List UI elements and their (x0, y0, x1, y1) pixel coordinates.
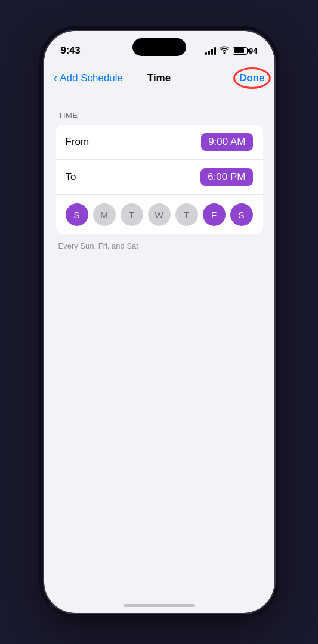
done-button[interactable]: Done (239, 72, 265, 84)
home-indicator (124, 604, 195, 607)
day-circle-5[interactable]: F (203, 203, 226, 226)
to-row[interactable]: To 6:00 PM (56, 159, 263, 194)
day-circle-1[interactable]: M (93, 203, 116, 226)
content-area: TIME From 9:00 AM To 6:00 PM SMTWTFS Eve… (44, 94, 274, 250)
day-circle-2[interactable]: T (121, 203, 143, 226)
schedule-description: Every Sun, Fri, and Sat (56, 239, 263, 250)
time-card: From 9:00 AM To 6:00 PM SMTWTFS (56, 125, 263, 234)
dynamic-island (132, 38, 186, 56)
page-title: Time (147, 72, 171, 84)
battery-icon (233, 47, 248, 55)
phone-screen: 9:43 (44, 31, 274, 613)
nav-bar: ‹ Add Schedule Time Done (44, 62, 274, 94)
back-button[interactable]: ‹ Add Schedule (54, 72, 124, 85)
day-circle-0[interactable]: S (66, 203, 88, 226)
to-value[interactable]: 6:00 PM (200, 168, 252, 186)
to-label: To (66, 171, 76, 183)
status-icons: 94 (205, 46, 257, 55)
section-label: TIME (56, 111, 263, 120)
day-circle-6[interactable]: S (230, 203, 253, 226)
day-circle-3[interactable]: W (148, 203, 171, 226)
from-value[interactable]: 9:00 AM (201, 133, 252, 151)
status-time: 9:43 (61, 45, 81, 57)
wifi-icon (220, 46, 229, 55)
battery-pct: 94 (249, 47, 257, 55)
from-row[interactable]: From 9:00 AM (56, 125, 263, 159)
signal-icon (205, 47, 216, 55)
days-row: SMTWTFS (56, 194, 263, 234)
day-circle-4[interactable]: T (175, 203, 198, 226)
back-label: Add Schedule (60, 72, 123, 84)
phone-frame: 9:43 (43, 30, 276, 614)
battery-indicator: 94 (233, 47, 257, 55)
from-label: From (66, 136, 89, 148)
chevron-left-icon: ‹ (54, 71, 58, 85)
